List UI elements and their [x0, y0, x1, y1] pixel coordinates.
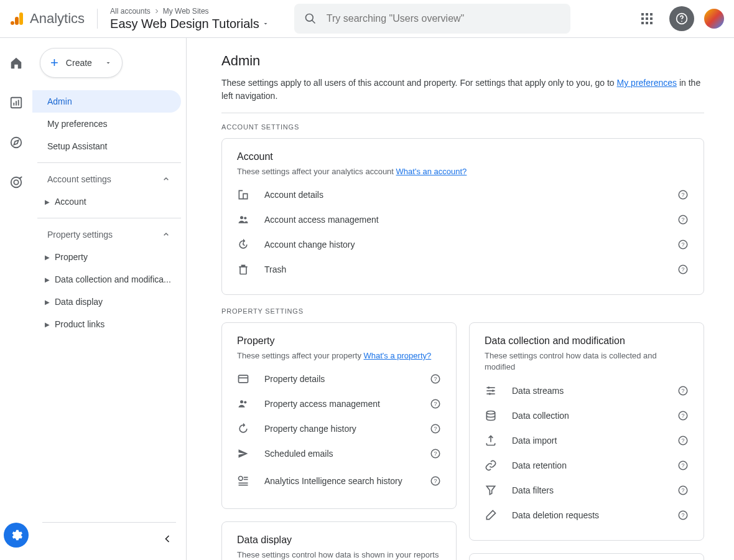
help-icon[interactable]: ? — [677, 385, 689, 396]
breadcrumb-all-accounts[interactable]: All accounts — [110, 7, 151, 16]
help-icon[interactable]: ? — [677, 435, 689, 446]
svg-text:?: ? — [681, 241, 684, 248]
section-label-account: ACCOUNT SETTINGS — [221, 123, 704, 131]
sidebar-item-setup-assistant[interactable]: Setup Assistant — [32, 135, 181, 157]
sidebar-item-data-display[interactable]: ▶Data display — [37, 291, 181, 313]
caret-right-icon: ▶ — [45, 198, 50, 205]
row-data-filters[interactable]: Data filters? — [485, 478, 689, 503]
row-data-deletion[interactable]: Data deletion requests? — [485, 503, 689, 528]
chevron-right-icon — [153, 7, 160, 15]
help-icon[interactable]: ? — [430, 398, 441, 409]
sidebar-divider — [37, 162, 181, 163]
svg-point-57 — [489, 393, 491, 394]
svg-rect-33 — [239, 376, 248, 383]
sidebar-item-product-links[interactable]: ▶Product links — [37, 313, 181, 335]
whats-an-account-link[interactable]: What's an account? — [396, 167, 467, 176]
help-icon[interactable]: ? — [430, 475, 441, 487]
svg-text:?: ? — [434, 478, 437, 484]
sidebar-item-account[interactable]: ▶Account — [37, 190, 181, 213]
create-button[interactable]: + Create — [40, 48, 123, 78]
rail-admin[interactable] — [4, 523, 29, 548]
svg-point-37 — [240, 401, 243, 404]
search-bar[interactable] — [294, 4, 570, 34]
svg-rect-18 — [16, 101, 17, 105]
svg-text:?: ? — [681, 512, 684, 518]
reports-icon — [9, 96, 23, 110]
help-icon[interactable]: ? — [677, 189, 689, 200]
svg-point-26 — [244, 217, 246, 220]
sidebar-item-my-preferences[interactable]: My preferences — [32, 113, 181, 135]
svg-point-56 — [492, 390, 494, 391]
card-icon — [237, 373, 249, 385]
row-property-access[interactable]: Property access management? — [237, 391, 441, 416]
sidebar-group-property-settings[interactable]: Property settings — [37, 223, 181, 246]
svg-rect-8 — [641, 17, 644, 20]
sidebar-item-data-collection[interactable]: ▶Data collection and modifica... — [37, 268, 181, 291]
apps-button[interactable] — [634, 6, 659, 31]
history-icon — [237, 422, 249, 435]
data-display-card: Data display These settings control how … — [221, 521, 457, 560]
help-icon[interactable]: ? — [677, 460, 689, 471]
next-card-peek — [469, 553, 704, 560]
my-preferences-link[interactable]: My preferences — [617, 78, 677, 88]
row-trash[interactable]: Trash? — [237, 257, 689, 282]
row-account-access[interactable]: Account access management? — [237, 207, 689, 232]
help-icon[interactable]: ? — [430, 373, 441, 385]
group-label: Property settings — [47, 230, 113, 240]
sidebar-group-account-settings[interactable]: Account settings — [37, 168, 181, 190]
row-data-collection[interactable]: Data collection? — [485, 403, 689, 428]
svg-text:?: ? — [681, 217, 684, 223]
help-icon[interactable]: ? — [677, 264, 689, 275]
product-logo[interactable]: Analytics — [10, 11, 85, 27]
gear-icon — [9, 528, 23, 542]
group-label: Account settings — [47, 174, 111, 184]
help-icon[interactable]: ? — [430, 448, 441, 459]
rail-home[interactable] — [4, 50, 29, 75]
help-icon[interactable]: ? — [677, 510, 689, 521]
whats-a-property-link[interactable]: What's a property? — [364, 351, 432, 360]
row-account-history[interactable]: Account change history? — [237, 232, 689, 257]
domain-icon — [237, 189, 249, 201]
row-property-history[interactable]: Property change history? — [237, 416, 441, 441]
user-avatar[interactable] — [704, 9, 724, 29]
card-title: Account — [237, 151, 689, 162]
card-subtitle: These settings control how data is colle… — [485, 350, 689, 373]
row-data-import[interactable]: Data import? — [485, 428, 689, 453]
svg-rect-7 — [650, 13, 653, 16]
collapse-sidebar-button[interactable] — [156, 528, 179, 550]
caret-right-icon: ▶ — [45, 321, 50, 328]
rail-advertising[interactable] — [4, 170, 29, 195]
help-icon[interactable]: ? — [677, 485, 689, 496]
page-intro: These settings apply to all users of thi… — [221, 77, 704, 103]
rail-explore[interactable] — [4, 130, 29, 155]
svg-text:?: ? — [681, 266, 684, 273]
svg-text:?: ? — [681, 487, 684, 493]
help-icon — [676, 12, 688, 25]
row-data-retention[interactable]: Data retention? — [485, 453, 689, 478]
help-icon[interactable]: ? — [677, 214, 689, 225]
help-button[interactable] — [669, 6, 694, 31]
search-icon — [304, 12, 317, 25]
caret-right-icon: ▶ — [45, 299, 50, 306]
row-search-history[interactable]: Analytics Intelligence search history? — [237, 466, 441, 496]
upload-icon — [485, 434, 497, 447]
help-icon[interactable]: ? — [430, 423, 441, 434]
row-scheduled-emails[interactable]: Scheduled emails? — [237, 441, 441, 466]
svg-rect-6 — [646, 13, 648, 16]
breadcrumb-account[interactable]: My Web Sites — [163, 7, 209, 16]
account-picker[interactable]: All accounts My Web Sites Easy Web Desig… — [110, 7, 269, 31]
sidebar-item-admin[interactable]: Admin — [32, 90, 181, 113]
row-property-details[interactable]: Property details? — [237, 366, 441, 391]
sidebar-item-property[interactable]: ▶Property — [37, 246, 181, 268]
rail-reports[interactable] — [4, 90, 29, 115]
search-input[interactable] — [327, 13, 560, 24]
card-title: Data collection and modification — [485, 335, 689, 347]
row-data-streams[interactable]: Data streams? — [485, 378, 689, 403]
row-account-details[interactable]: Account details? — [237, 182, 689, 207]
help-icon[interactable]: ? — [677, 239, 689, 250]
svg-point-25 — [240, 216, 243, 219]
main-content: Admin These settings apply to all users … — [187, 38, 734, 560]
help-icon[interactable]: ? — [677, 410, 689, 421]
svg-text:?: ? — [681, 462, 684, 469]
sidebar-divider — [37, 218, 181, 218]
